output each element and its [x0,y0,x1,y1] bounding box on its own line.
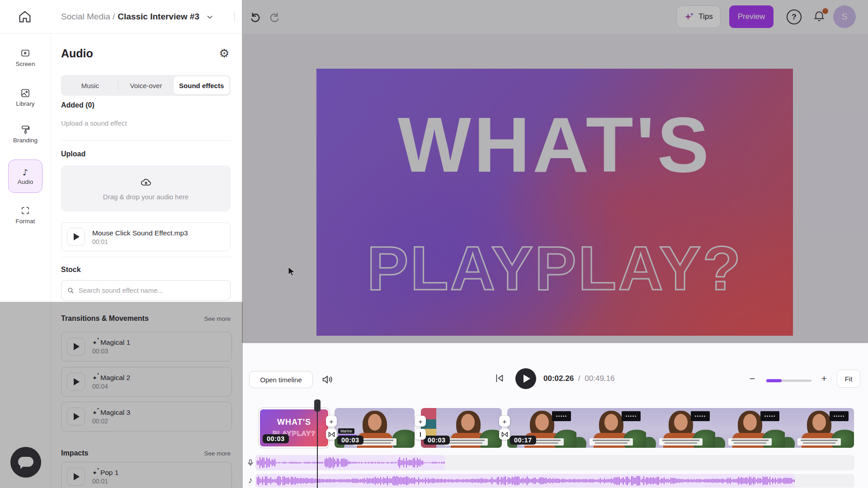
speaker-icon [321,373,334,386]
play-button[interactable] [67,408,85,426]
divider [61,140,231,141]
upload-heading: Upload [61,150,85,158]
preview-button[interactable]: Preview [729,5,774,28]
canvas-area: WHAT'S PLAYPLAY? [243,33,868,343]
see-more-link[interactable]: See more [204,315,231,322]
transition-button[interactable] [326,429,337,440]
sidebar-item-library[interactable]: Library [0,88,51,107]
music-note-icon: ♪ [23,167,28,177]
clip-thumbnail [646,408,715,448]
clip-thumb-title: WHAT'S [260,418,328,427]
stock-sound-name: ✦Pop 1 [92,469,118,477]
uploaded-sound-row[interactable]: Mouse Click Sound Effect.mp3 00:01 [61,222,231,251]
split-button[interactable] [415,429,426,440]
tab-music[interactable]: Music [62,76,118,94]
play-icon [74,233,80,240]
sidebar-item-screen[interactable]: Screen [0,48,51,67]
topbar: Social Media / Classic Interview #3 [0,0,868,33]
video-title-line1: WHAT'S [316,106,793,183]
open-timeline-button[interactable]: Open timeline [249,371,313,388]
tab-sound-effects[interactable]: Sound effects [174,76,229,94]
music-audio-segment[interactable] [255,474,795,488]
current-time: 00:02.26 [543,374,574,383]
voiceover-track[interactable] [255,455,854,470]
add-clip-button[interactable]: + [499,416,510,427]
timeline-clip-4[interactable]: 00:17 [507,408,854,448]
search-input[interactable] [79,286,225,294]
total-duration: 00:49.16 [585,374,614,383]
music-note-icon: ♪ [248,475,253,485]
timeline-clip-2[interactable]: Marine 00:03 [335,408,415,448]
section-title: Impacts [61,449,88,457]
topbar-right [242,0,868,33]
voiceover-audio-segment[interactable] [255,455,445,470]
music-track[interactable] [255,474,854,488]
fit-button[interactable]: Fit [837,370,860,388]
redo-button[interactable] [269,11,282,23]
audio-dropzone[interactable]: Drag & drop your audio here [61,165,231,211]
search-box [61,280,231,300]
sidebar-item-label: Screen [0,61,51,67]
stock-sound-duration: 00:03 [92,347,130,355]
sidebar-item-audio-active[interactable]: ♪ Audio [8,160,42,193]
home-button[interactable] [17,9,33,25]
sidebar-item-branding[interactable]: Branding [0,124,51,144]
timeline-clip-1-selected[interactable]: WHAT'S PLAYPLAY? 00:03 [259,408,330,448]
divider [61,257,231,257]
clip-junction-1: + [326,416,337,442]
section-title: Transitions & Movements [61,314,149,323]
zoom-slider-fill[interactable] [766,379,782,382]
add-clip-button[interactable]: + [326,416,337,427]
breadcrumb[interactable]: Social Media / Classic Interview #3 [61,0,199,33]
tab-voice-over[interactable]: Voice-over [118,76,174,94]
play-button[interactable] [67,228,85,246]
tips-button[interactable]: Tips [676,5,721,28]
sparkle-icon: ✦ [92,409,97,416]
stock-sound-row[interactable]: ✦Magical 2 00:04 [61,367,232,397]
notifications-button[interactable] [812,9,828,24]
undo-button[interactable] [249,11,262,23]
help-button[interactable]: ? [787,9,802,24]
play-button[interactable] [67,468,85,486]
sparkle-icon: ✦ [92,375,97,381]
notification-dot [822,8,828,14]
play-icon [74,413,80,420]
gear-icon[interactable]: ⚙ [217,46,231,61]
add-clip-button[interactable]: + [415,416,426,427]
search-icon [67,286,75,295]
stock-sound-name: ✦Magical 1 [92,338,130,347]
avatar[interactable]: S [833,5,856,28]
zoom-out-button[interactable]: − [746,372,759,385]
play-button[interactable] [67,338,85,356]
transition-icon [501,432,508,437]
timeline-panel: Open timeline 00:02.26 / 00:49.16 − + Fi… [243,343,868,488]
sound-file-name: Mouse Click Sound Effect.mp3 [92,228,188,238]
video-preview[interactable]: WHAT'S PLAYPLAY? [316,69,793,336]
video-editor-app: Social Media / Classic Interview #3 [0,0,868,488]
skip-to-start-button[interactable] [494,372,506,385]
play-icon [74,473,80,480]
sparkle-icon [684,11,695,22]
project-title: Classic Interview #3 [118,12,199,22]
see-more-link[interactable]: See more [204,450,231,457]
stock-sound-row[interactable]: ✦Magical 3 00:02 [61,402,232,432]
clip-thumbnail [576,408,646,448]
music-waveform [255,474,795,488]
timeline-clip-3[interactable]: 00:03 [421,408,502,448]
stock-sound-name: ✦Magical 2 [92,374,130,382]
transition-button[interactable] [499,429,510,440]
panel-title: Audio [61,47,93,60]
stock-sound-row[interactable]: ✦Magical 1 00:03 [61,332,232,361]
chevron-down-icon[interactable] [206,13,214,21]
zoom-slider[interactable] [766,380,811,382]
volume-button[interactable] [321,373,335,386]
play-button[interactable] [67,373,85,391]
topbar-separator [234,12,235,22]
stock-sound-row[interactable]: ✦Pop 1 00:01 [61,462,232,488]
clip-thumbnail [785,408,854,448]
playback-play-button[interactable] [515,368,536,389]
chat-support-button[interactable] [10,447,41,478]
sidebar: Screen Library Branding ♪ Audio Format [0,33,51,488]
sidebar-item-format[interactable]: Format [0,205,51,225]
zoom-in-button[interactable]: + [818,372,830,385]
